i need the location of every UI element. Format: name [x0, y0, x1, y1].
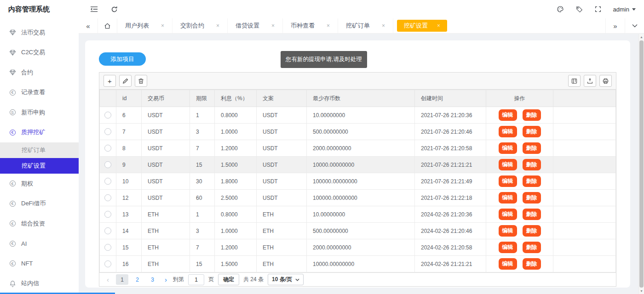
- add-item-button[interactable]: 添加项目: [99, 52, 146, 66]
- refresh-icon[interactable]: [111, 6, 118, 13]
- tab-1[interactable]: 交割合约×: [172, 18, 228, 33]
- scrollbar-thumb[interactable]: [639, 40, 644, 288]
- row-radio[interactable]: [104, 145, 111, 152]
- edit-button[interactable]: 编辑: [499, 159, 517, 170]
- row-radio[interactable]: [104, 244, 111, 251]
- row-radio[interactable]: [104, 194, 111, 201]
- sidebar-item-3[interactable]: €记录查看: [0, 83, 79, 103]
- row-radio[interactable]: [104, 211, 111, 218]
- tabs-menu-chevron-icon[interactable]: [625, 18, 644, 33]
- delete-button[interactable]: 删除: [523, 126, 541, 137]
- sidebar-item-5[interactable]: €质押挖矿: [0, 123, 79, 143]
- gem-icon: [9, 49, 16, 56]
- cell-term: 3: [190, 124, 215, 140]
- page-size-select[interactable]: 10 条/页: [268, 274, 304, 285]
- row-radio[interactable]: [104, 112, 111, 119]
- delete-button[interactable]: 删除: [523, 242, 541, 253]
- sidebar-subitem-1[interactable]: 挖矿设置: [0, 158, 79, 174]
- tabs-scroll-right-icon[interactable]: »: [605, 18, 625, 33]
- fullscreen-icon[interactable]: [595, 6, 601, 12]
- tab-close-icon[interactable]: ×: [271, 23, 275, 29]
- user-menu[interactable]: admin: [613, 6, 636, 13]
- tab-2[interactable]: 借贷设置×: [228, 18, 283, 33]
- tab-4[interactable]: 挖矿订单×: [338, 18, 393, 33]
- row-actions-cell: 编辑删除: [486, 190, 553, 206]
- vertical-scrollbar[interactable]: ▲ ▼: [638, 34, 644, 294]
- row-select-cell: [100, 173, 116, 190]
- edit-button[interactable]: 编辑: [499, 126, 517, 137]
- delete-button[interactable]: 删除: [523, 209, 541, 220]
- collapse-menu-icon[interactable]: [90, 6, 98, 12]
- sidebar-item-8[interactable]: €组合投资: [0, 214, 79, 234]
- tab-close-icon[interactable]: ×: [327, 23, 330, 29]
- cell-text: ETH: [257, 206, 307, 223]
- export-icon[interactable]: [584, 75, 596, 87]
- sidebar-item-0[interactable]: 法币交易: [0, 23, 79, 43]
- cell-created: 2024-02-26 21:20:46: [415, 223, 486, 239]
- edit-button[interactable]: 编辑: [499, 142, 517, 154]
- cell-rate: 1.2000: [215, 239, 257, 256]
- theme-icon[interactable]: [557, 6, 564, 13]
- pencil-icon[interactable]: [119, 75, 132, 87]
- delete-button[interactable]: 删除: [523, 175, 541, 187]
- row-select-cell: [100, 190, 116, 206]
- tab-5[interactable]: 挖矿设置×: [397, 20, 447, 32]
- goto-page-input[interactable]: [188, 274, 204, 285]
- delete-button[interactable]: 删除: [523, 192, 541, 204]
- delete-button[interactable]: 删除: [523, 225, 541, 237]
- row-radio[interactable]: [104, 161, 111, 168]
- sidebar-item-10[interactable]: €NFT: [0, 254, 79, 274]
- sidebar-item-label: 组合投资: [21, 220, 45, 228]
- sidebar-item-1[interactable]: C2C交易: [0, 43, 79, 63]
- sidebar-subitem-0[interactable]: 挖矿订单: [0, 142, 79, 158]
- tab-close-icon[interactable]: ×: [216, 23, 219, 29]
- prev-page-button[interactable]: ‹: [104, 276, 112, 283]
- sidebar-item-2[interactable]: 合约: [0, 62, 79, 83]
- columns-icon[interactable]: [568, 75, 581, 87]
- sidebar-item-7[interactable]: €DeFi借币: [0, 194, 79, 214]
- row-radio[interactable]: [104, 227, 111, 234]
- cell-text: USDT: [257, 124, 307, 140]
- home-tab[interactable]: [98, 18, 117, 33]
- sidebar-item-6[interactable]: €期权: [0, 174, 79, 194]
- tabs-scroll-left-icon[interactable]: «: [79, 18, 98, 33]
- cell-coin: USDT: [142, 190, 190, 206]
- delete-button[interactable]: 删除: [523, 109, 541, 121]
- cell-text: ETH: [257, 256, 307, 272]
- row-radio[interactable]: [104, 260, 111, 267]
- tab-close-icon[interactable]: ×: [382, 23, 385, 29]
- tab-0[interactable]: 用户列表×: [117, 18, 172, 33]
- row-actions-cell: 编辑删除: [486, 107, 553, 124]
- plus-icon[interactable]: +: [104, 75, 116, 87]
- page-number-3[interactable]: 3: [146, 274, 159, 285]
- page-number-2[interactable]: 2: [131, 274, 144, 285]
- edit-button[interactable]: 编辑: [499, 242, 517, 253]
- next-page-button[interactable]: ›: [163, 276, 169, 283]
- edit-button[interactable]: 编辑: [499, 209, 517, 220]
- tag-icon[interactable]: [576, 6, 583, 13]
- scroll-down-icon[interactable]: ▼: [639, 288, 644, 294]
- scroll-up-icon[interactable]: ▲: [639, 34, 644, 40]
- tab-3[interactable]: 币种查看×: [283, 18, 338, 33]
- trash-icon[interactable]: [135, 75, 147, 87]
- row-radio[interactable]: [104, 128, 111, 135]
- row-radio[interactable]: [104, 178, 111, 185]
- tab-close-icon[interactable]: ×: [437, 23, 440, 29]
- delete-button[interactable]: 删除: [523, 142, 541, 154]
- tab-close-icon[interactable]: ×: [161, 23, 164, 29]
- edit-button[interactable]: 编辑: [499, 109, 517, 121]
- edit-button[interactable]: 编辑: [499, 225, 517, 237]
- print-icon[interactable]: [599, 75, 612, 87]
- sidebar-item-4[interactable]: S新币申购: [0, 102, 79, 123]
- edit-button[interactable]: 编辑: [499, 192, 517, 204]
- cell-created: 2024-02-26 21:20:36: [415, 206, 486, 223]
- delete-button[interactable]: 删除: [523, 258, 541, 270]
- edit-button[interactable]: 编辑: [499, 175, 517, 187]
- page-number-1[interactable]: 1: [116, 274, 128, 285]
- cell-term: 1: [190, 206, 215, 223]
- sidebar-item-9[interactable]: €AI: [0, 234, 79, 254]
- edit-button[interactable]: 编辑: [499, 258, 517, 270]
- delete-button[interactable]: 删除: [523, 159, 541, 170]
- confirm-button[interactable]: 确定: [218, 274, 239, 285]
- sidebar-item-11[interactable]: 站内信: [0, 274, 79, 294]
